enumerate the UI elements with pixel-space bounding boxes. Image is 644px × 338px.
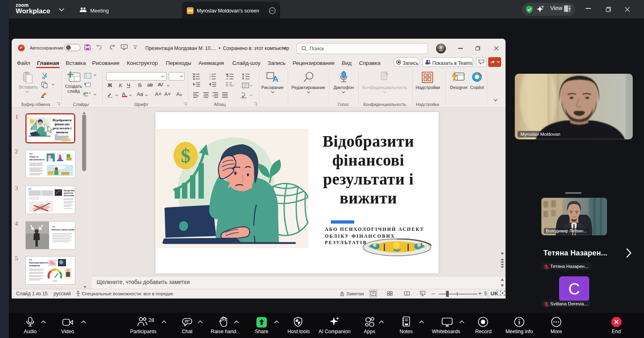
svg-text:Тема та: Тема та bbox=[29, 156, 39, 158]
svg-text:актуальність: актуальність bbox=[29, 158, 45, 161]
svg-text:результати і: результати і bbox=[53, 126, 72, 130]
svg-text:Відобразити: Відобразити bbox=[52, 118, 71, 122]
svg-text:бухгалтера: бухгалтера bbox=[64, 194, 74, 197]
svg-text:СТРЕС: СТРЕС bbox=[52, 280, 58, 282]
svg-text:вижити: вижити bbox=[56, 130, 68, 134]
svg-text:P: P bbox=[20, 46, 22, 50]
svg-text:фінансові: фінансові bbox=[54, 122, 70, 126]
svg-text:поведінки: поведінки bbox=[29, 264, 40, 267]
svg-text:$: $ bbox=[181, 145, 190, 166]
svg-text:A: A bbox=[272, 75, 278, 83]
svg-text:практичне: практичне bbox=[64, 192, 73, 194]
svg-text:Технічна сторона обліку: Технічна сторона обліку bbox=[51, 228, 74, 231]
svg-text:Професійне: Професійне bbox=[64, 189, 75, 192]
svg-text:Приклад практичної: Приклад практичної bbox=[29, 261, 52, 264]
